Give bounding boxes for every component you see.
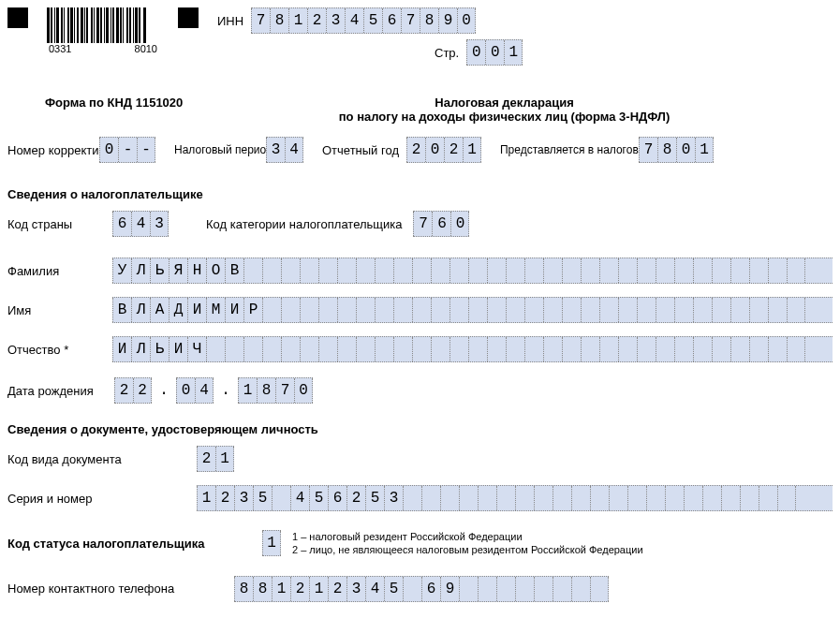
section-document: Сведения о документе, удостоверяющем лич… (7, 422, 833, 436)
taxpayer-category-value: 760 (413, 211, 469, 237)
phone-value: 881212345 69 (234, 576, 609, 602)
page-value: 001 (466, 39, 523, 66)
surname-value: УЛЬЯНОВ (112, 258, 833, 284)
patronymic-value: ИЛЬИЧ (112, 336, 833, 362)
dot-sep: . (219, 378, 232, 403)
doc-type-value: 21 (197, 446, 234, 472)
section-taxpayer: Сведения о налогоплательщике (7, 187, 833, 201)
country-code-label: Код страны (7, 217, 101, 231)
dob-day: 22 (114, 377, 152, 404)
dob-year: 1870 (238, 377, 313, 404)
doc-number-value: 1235 456253 (197, 485, 833, 511)
page-label: Стр. (435, 46, 459, 60)
inn-label: ИНН (217, 14, 243, 28)
report-year-label: Отчетный год (322, 143, 399, 157)
dob-month: 04 (176, 377, 214, 404)
dob-label: Дата рождения (7, 384, 109, 398)
surname-label: Фамилия (7, 264, 101, 278)
name-value: ВЛАДИМИР (112, 297, 833, 323)
barcode: 0331 8010 (47, 7, 159, 54)
taxpayer-status-value: 1 (262, 530, 281, 556)
barcode-right: 8010 (135, 43, 157, 54)
barcode-left: 0331 (49, 43, 71, 54)
doc-number-label: Серия и номер (7, 492, 185, 506)
dot-sep: . (157, 378, 170, 403)
taxpayer-status-label: Код статуса налогоплательщика (7, 537, 251, 551)
black-square-2 (178, 7, 199, 28)
title-line1: Налоговая декларация (270, 96, 739, 110)
tax-period-label: Налоговый период (код) (174, 143, 258, 156)
phone-label: Номер контактного телефона (7, 581, 223, 596)
correction-value: 0-- (99, 137, 155, 163)
form-code: Форма по КНД 1151020 (7, 96, 270, 110)
patronymic-label: Отчество * (7, 343, 101, 357)
doc-type-label: Код вида документа (7, 452, 185, 466)
inn-value: 781234567890 (251, 7, 476, 34)
title-line2: по налогу на доходы физических лиц (форм… (270, 110, 739, 124)
report-year-value: 2021 (406, 137, 481, 163)
taxpayer-category-label: Код категории налогоплательщика (206, 217, 402, 231)
status-note-1: 1 – налоговый резидент Российской Федера… (292, 530, 643, 543)
black-square (7, 7, 28, 28)
status-note-2: 2 – лицо, не являющееся налоговым резиде… (292, 543, 643, 556)
tax-authority-value: 7801 (639, 137, 714, 163)
tax-period-value: 34 (266, 137, 303, 163)
correction-label: Номер корректировки (7, 143, 92, 157)
country-code-value: 643 (112, 211, 169, 237)
name-label: Имя (7, 303, 101, 317)
tax-authority-label: Представляется в налоговый орган (код) (500, 143, 631, 156)
